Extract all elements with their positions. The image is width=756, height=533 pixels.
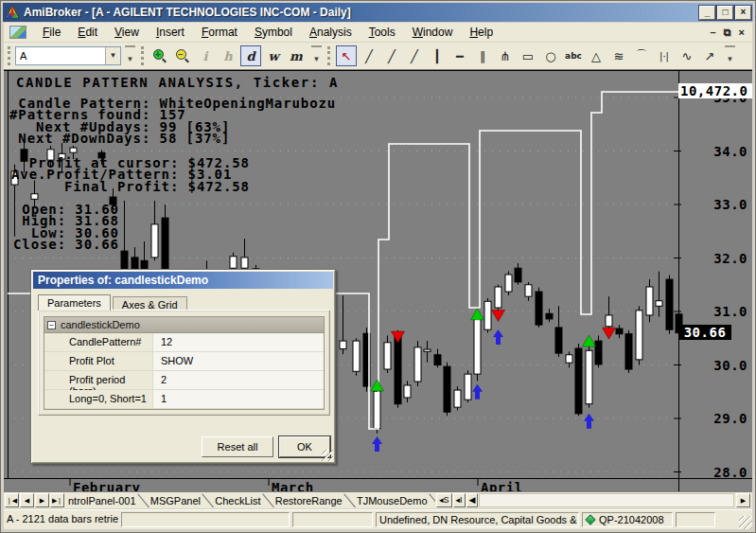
- menu-item-file[interactable]: File: [34, 24, 69, 41]
- parameter-value[interactable]: 2: [153, 371, 324, 389]
- parameter-label: Profit Plot: [44, 352, 153, 370]
- status-panel: [292, 512, 373, 527]
- sheet-tab-tjmousedemo[interactable]: TJMouseDemo: [353, 493, 431, 507]
- parameter-value[interactable]: 1: [153, 390, 324, 408]
- title-bar[interactable]: AmiBroker - [A - AGILENT TECHNOLOGIES IN…: [3, 3, 753, 22]
- toolbar-grip[interactable]: [327, 46, 332, 65]
- arrow-tool-button[interactable]: ↗: [699, 45, 720, 66]
- blue-up-arrow-icon: [472, 384, 483, 400]
- status-panel: A - 2121 data bars retrie: [4, 512, 118, 527]
- ellipse-button[interactable]: ○: [540, 45, 561, 66]
- tab-parameters[interactable]: Parameters: [38, 294, 111, 311]
- ohlc-readout-text: Open: 31.60 High: 31.68 Low: 30.60 Close…: [13, 204, 119, 251]
- select-arrow-button[interactable]: ↖: [336, 45, 357, 66]
- sheet-scroll-s-button[interactable]: ◂S: [436, 493, 452, 507]
- first-sheet-button[interactable]: ❘◀: [5, 493, 19, 507]
- properties-dialog[interactable]: Properties of: candlestickDemo Parameter…: [30, 269, 336, 464]
- cycle-lines-button[interactable]: |·|: [654, 45, 675, 66]
- zoom-out-button[interactable]: −: [172, 45, 193, 66]
- sheet-tab-ntrolpanel-001[interactable]: ntrolPanel-001: [64, 493, 140, 507]
- interval-monthly-button[interactable]: m: [286, 45, 307, 66]
- menu-item-window[interactable]: Window: [404, 24, 462, 41]
- mdi-restore-button[interactable]: ⧉: [724, 27, 731, 39]
- zigzag-button[interactable]: ∿: [677, 45, 697, 66]
- parameter-row[interactable]: Profit period (bars)2: [44, 371, 324, 390]
- parameter-row[interactable]: Profit PlotSHOW: [44, 352, 324, 371]
- dialog-resize-grip[interactable]: [322, 450, 333, 461]
- window-title: AmiBroker - [A - AGILENT TECHNOLOGIES IN…: [24, 6, 699, 19]
- green-up-triangle-icon: [371, 380, 384, 391]
- arc-button[interactable]: ⌒: [631, 45, 652, 66]
- toolbar-overflow-icon[interactable]: ▼: [125, 45, 135, 66]
- prev-sheet-button[interactable]: ◀: [20, 493, 34, 507]
- status-panel: [121, 512, 290, 527]
- pitchfork-button[interactable]: ⋔: [495, 45, 516, 66]
- ray-line-button[interactable]: ╱: [404, 45, 425, 66]
- toolbar-overflow-icon[interactable]: ▼: [725, 45, 735, 66]
- menu-item-tools[interactable]: Tools: [360, 24, 404, 41]
- menu-item-edit[interactable]: Edit: [69, 24, 106, 41]
- scroll-left-button[interactable]: ◀: [466, 493, 479, 507]
- ticker-value: A: [16, 50, 105, 62]
- text-tool-button[interactable]: abc: [563, 45, 584, 66]
- zoom-in-button[interactable]: +: [149, 45, 170, 66]
- parameter-grid: − candlestickDemo CandlePattern#12Profit…: [44, 316, 325, 410]
- fibonacci-tool-button[interactable]: ≋: [608, 45, 629, 66]
- interval-weekly-button[interactable]: w: [263, 45, 284, 66]
- scroll-right-button[interactable]: ▶: [736, 493, 750, 507]
- menu-item-help[interactable]: Help: [461, 24, 501, 41]
- menu-item-view[interactable]: View: [106, 24, 148, 41]
- menu-item-analysis[interactable]: Analysis: [301, 24, 360, 41]
- mdi-minimize-button[interactable]: –: [711, 27, 716, 39]
- green-up-triangle-icon: [583, 335, 596, 346]
- parameter-value[interactable]: SHOW: [153, 352, 324, 370]
- chevron-down-icon[interactable]: ▼: [105, 47, 120, 64]
- interval-hourly-button[interactable]: h: [218, 45, 238, 66]
- sheet-tab-restorerange[interactable]: RestoreRange: [272, 493, 346, 507]
- parameter-row[interactable]: Long=0, Short=11: [44, 390, 324, 409]
- interval-daily-button[interactable]: d: [240, 45, 261, 66]
- zoom-out-icon: −: [176, 49, 190, 63]
- parameter-value[interactable]: 12: [153, 333, 324, 351]
- sheet-tab-checklist[interactable]: CheckList: [211, 493, 264, 507]
- parallel-lines-button[interactable]: ∥: [472, 45, 493, 66]
- menu-item-symbol[interactable]: Symbol: [246, 24, 301, 41]
- triangle-button[interactable]: △: [586, 45, 607, 66]
- mdi-close-button[interactable]: ×: [739, 27, 745, 39]
- blue-up-arrow-icon: [493, 329, 503, 345]
- y-axis-label: 30.0: [679, 358, 747, 373]
- menu-bar: FileEditViewInsertFormatSymbolAnalysisTo…: [4, 23, 752, 43]
- dialog-title-bar[interactable]: Properties of: candlestickDemo: [33, 272, 333, 289]
- rectangle-button[interactable]: ▭: [518, 45, 538, 66]
- parameter-label: Long=0, Short=1: [44, 390, 153, 408]
- last-price-box: 30.66: [678, 325, 731, 340]
- status-panel: QP-21042008: [582, 512, 673, 527]
- trend-line-segment-button[interactable]: ╱: [381, 45, 402, 66]
- menu-item-format[interactable]: Format: [193, 24, 246, 41]
- minimize-button[interactable]: _: [699, 6, 715, 20]
- trend-line-button[interactable]: ╱: [359, 45, 379, 66]
- next-sheet-button[interactable]: ▶: [35, 493, 49, 507]
- ticker-combobox[interactable]: A ▼: [15, 46, 121, 65]
- reset-all-button[interactable]: Reset all: [202, 436, 273, 457]
- y-axis-label: 29.0: [679, 411, 747, 426]
- interval-intraday-button[interactable]: i: [195, 45, 216, 66]
- toolbar-grip[interactable]: [141, 46, 146, 65]
- parameter-row[interactable]: CandlePattern#12: [44, 333, 324, 352]
- parameter-group-header[interactable]: − candlestickDemo: [44, 317, 324, 333]
- collapse-icon[interactable]: −: [47, 321, 56, 329]
- menu-item-insert[interactable]: Insert: [148, 24, 193, 41]
- close-button[interactable]: ×: [735, 6, 751, 20]
- tab-scrollbar-track[interactable]: [479, 493, 734, 507]
- sheet-tab-msgpanel[interactable]: MSGPanel: [147, 493, 204, 507]
- window-resize-grip[interactable]: [739, 516, 752, 529]
- last-sheet-button[interactable]: ▶❘: [50, 493, 64, 507]
- maximize-button[interactable]: □: [717, 6, 733, 20]
- vertical-line-button[interactable]: ┃: [427, 45, 448, 66]
- toolbar-overflow-icon[interactable]: ▼: [311, 45, 322, 66]
- tab-axes-grid[interactable]: Axes & Grid: [113, 296, 187, 311]
- toolbar-grip[interactable]: [8, 46, 12, 65]
- y-axis-label: 32.0: [679, 251, 747, 266]
- sheet-scroll-i-button[interactable]: ◂I: [453, 493, 466, 507]
- horizontal-line-button[interactable]: ━: [449, 45, 470, 66]
